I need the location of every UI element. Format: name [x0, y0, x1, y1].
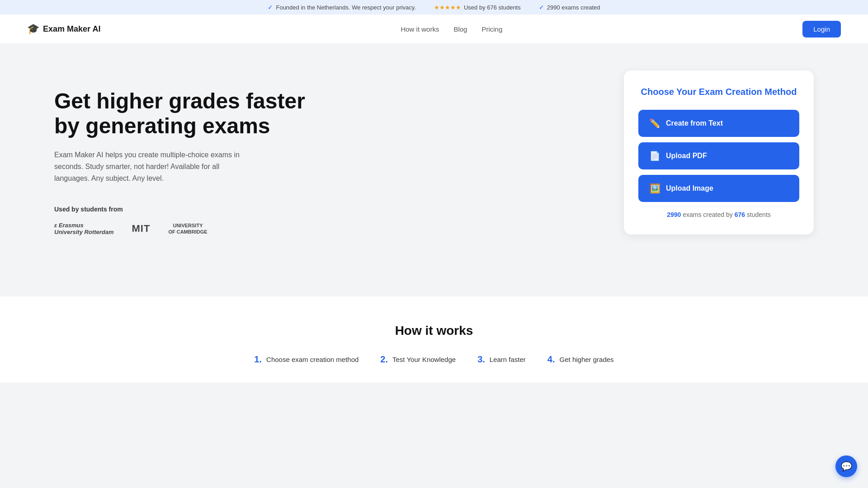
nav: How it works Blog Pricing — [401, 25, 502, 33]
step-2: 2. Test Your Knowledge — [380, 354, 456, 365]
step-3-num: 3. — [477, 354, 485, 365]
nav-blog[interactable]: Blog — [453, 25, 467, 33]
text-icon: ✏️ — [649, 118, 660, 129]
banner-exams: ✓ 2990 exams created — [539, 4, 600, 11]
stars-icon: ★★★★★ — [434, 4, 461, 11]
step-1-label: Choose exam creation method — [266, 356, 359, 363]
how-it-works-title: How it works — [54, 324, 814, 338]
upload-image-label: Upload Image — [666, 184, 713, 192]
create-from-text-button[interactable]: ✏️ Create from Text — [638, 110, 799, 137]
mit-logo: MIT — [132, 223, 150, 235]
banner-privacy: ✓ Founded in the Netherlands. We respect… — [268, 4, 416, 11]
university-logos: ε ErasmusUniversity Rotterdam MIT UNIVER… — [54, 222, 588, 235]
upload-pdf-label: Upload PDF — [666, 152, 707, 160]
nav-pricing[interactable]: Pricing — [481, 25, 502, 33]
step-4: 4. Get higher grades — [547, 354, 614, 365]
top-banner: ✓ Founded in the Netherlands. We respect… — [0, 0, 868, 14]
card-title: Choose Your Exam Creation Method — [638, 87, 799, 97]
login-button[interactable]: Login — [802, 21, 841, 38]
exam-creation-card: Choose Your Exam Creation Method ✏️ Crea… — [624, 70, 814, 235]
hero-section: Get higher grades faster by generating e… — [0, 43, 868, 296]
header: 🎓 Exam Maker AI How it works Blog Pricin… — [0, 14, 868, 43]
step-2-label: Test Your Knowledge — [392, 356, 456, 363]
hero-right: Choose Your Exam Creation Method ✏️ Crea… — [624, 70, 814, 235]
hero-title: Get higher grades faster by generating e… — [54, 89, 588, 138]
how-it-works-section: How it works 1. Choose exam creation met… — [0, 296, 868, 383]
hero-title-line2: by generating exams — [54, 114, 270, 138]
banner-students: ★★★★★ Used by 676 students — [434, 4, 521, 11]
logo: 🎓 Exam Maker AI — [27, 23, 100, 35]
step-2-num: 2. — [380, 354, 388, 365]
cambridge-logo: UNIVERSITYOF CAMBRIDGE — [168, 222, 207, 235]
upload-pdf-button[interactable]: 📄 Upload PDF — [638, 142, 799, 169]
banner-exams-text: 2990 exams created — [547, 4, 600, 11]
check-icon-exams: ✓ — [539, 4, 544, 11]
erasmus-logo: ε ErasmusUniversity Rotterdam — [54, 222, 113, 235]
card-stats: 2990 exams created by 676 students — [638, 211, 799, 218]
upload-image-button[interactable]: 🖼️ Upload Image — [638, 175, 799, 202]
logo-icon: 🎓 — [27, 23, 39, 35]
step-1: 1. Choose exam creation method — [254, 354, 359, 365]
step-4-num: 4. — [547, 354, 555, 365]
hero-description: Exam Maker AI helps you create multiple-… — [54, 149, 244, 184]
universities-label: Used by students from — [54, 206, 588, 213]
steps-list: 1. Choose exam creation method 2. Test Y… — [54, 354, 814, 365]
hero-left: Get higher grades faster by generating e… — [54, 70, 588, 235]
step-3-label: Learn faster — [490, 356, 526, 363]
step-3: 3. Learn faster — [477, 354, 526, 365]
step-1-num: 1. — [254, 354, 262, 365]
nav-how-it-works[interactable]: How it works — [401, 25, 439, 33]
check-icon-privacy: ✓ — [268, 4, 273, 11]
create-from-text-label: Create from Text — [666, 119, 723, 127]
step-4-label: Get higher grades — [560, 356, 614, 363]
banner-students-text: Used by 676 students — [464, 4, 521, 11]
banner-privacy-text: Founded in the Netherlands. We respect y… — [276, 4, 416, 11]
pdf-icon: 📄 — [649, 150, 660, 161]
hero-title-line1: Get higher grades faster — [54, 89, 305, 113]
logo-text: Exam Maker AI — [43, 24, 100, 34]
image-icon: 🖼️ — [649, 183, 660, 194]
